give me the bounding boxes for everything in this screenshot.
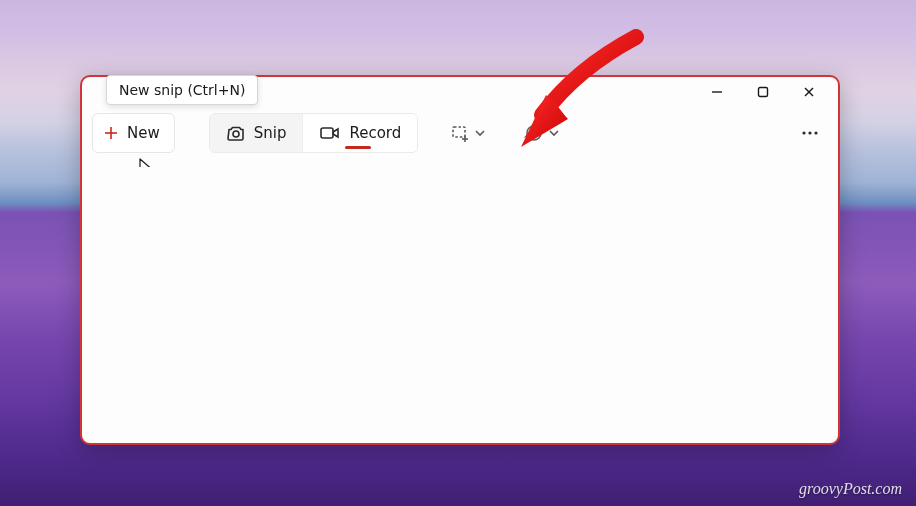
tooltip-new-snip: New snip (Ctrl+N) — [106, 75, 258, 105]
video-camera-icon — [319, 123, 341, 143]
more-horizontal-icon — [800, 123, 820, 143]
tab-record[interactable]: Record — [302, 114, 417, 152]
delay-dropdown[interactable] — [516, 115, 566, 151]
snip-shape-dropdown[interactable] — [442, 115, 492, 151]
rectangle-snip-icon — [450, 123, 470, 143]
tooltip-text: New snip (Ctrl+N) — [119, 82, 245, 98]
toolbar: New snip (Ctrl+N) New — [82, 107, 838, 161]
chevron-down-icon — [474, 127, 486, 139]
camera-icon — [226, 123, 246, 143]
chevron-down-icon — [548, 127, 560, 139]
plus-icon — [103, 125, 119, 141]
svg-point-6 — [233, 131, 239, 137]
mode-segmented-control: Snip Record — [209, 113, 419, 153]
new-button[interactable]: New — [92, 113, 175, 153]
empty-canvas — [90, 167, 830, 435]
svg-rect-8 — [453, 127, 465, 137]
tab-snip[interactable]: Snip — [210, 114, 303, 152]
new-button-label: New — [127, 124, 160, 142]
svg-rect-7 — [321, 128, 333, 138]
clock-icon — [524, 123, 544, 143]
minimize-button[interactable] — [694, 78, 740, 106]
svg-rect-1 — [759, 88, 768, 97]
svg-point-12 — [802, 131, 805, 134]
watermark-text: groovyPost.com — [799, 480, 902, 498]
svg-point-14 — [814, 131, 817, 134]
maximize-button[interactable] — [740, 78, 786, 106]
snipping-tool-window: New snip (Ctrl+N) New — [80, 75, 840, 445]
tab-snip-label: Snip — [254, 124, 287, 142]
more-options-button[interactable] — [792, 115, 826, 151]
svg-point-13 — [808, 131, 811, 134]
close-button[interactable] — [786, 78, 832, 106]
tab-record-label: Record — [349, 124, 401, 142]
desktop-wallpaper: New snip (Ctrl+N) New — [0, 0, 916, 506]
